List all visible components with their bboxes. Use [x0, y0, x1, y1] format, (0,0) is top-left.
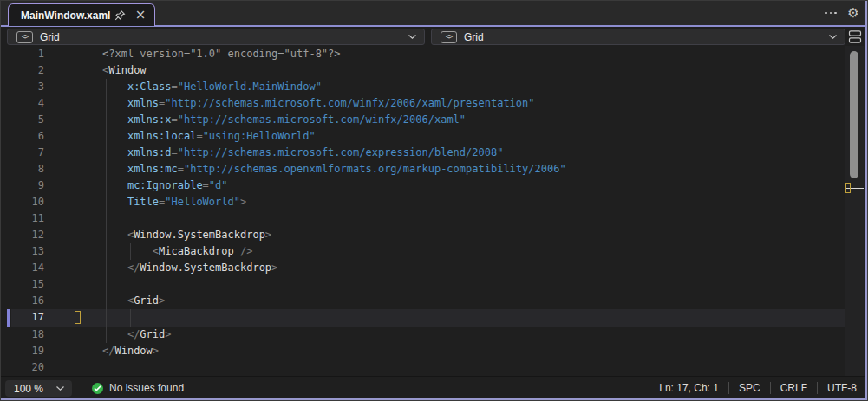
line-number: 4: [1, 95, 44, 112]
code-line[interactable]: xmlns:local="using:HelloWorld": [102, 128, 839, 145]
split-view-icon[interactable]: [847, 29, 863, 45]
line-number: 2: [1, 62, 44, 79]
window-accent-border-bottom: [1, 398, 868, 401]
document-health-indicator[interactable]: No issues found: [92, 377, 184, 399]
line-number: 14: [1, 260, 44, 276]
separator: [728, 382, 729, 394]
line-number: 12: [1, 227, 44, 243]
element-selector-left[interactable]: <> Grid: [7, 29, 425, 45]
line-number: 13: [1, 243, 44, 260]
xml-tag-icon: <>: [441, 31, 457, 43]
gear-icon[interactable]: ⚙: [846, 6, 860, 20]
code-line[interactable]: xmlns="http://schemas.microsoft.com/winf…: [102, 95, 839, 112]
code-line[interactable]: <Grid>: [102, 293, 839, 309]
chevron-down-icon: [55, 385, 65, 391]
tab-title: MainWindow.xaml: [21, 10, 110, 22]
code-line[interactable]: xmlns:x="http://schemas.microsoft.com/wi…: [102, 112, 839, 128]
line-number: 3: [1, 79, 44, 95]
code-line[interactable]: xmlns:mc="http://schemas.openxmlformats.…: [102, 161, 839, 178]
line-number: 7: [1, 145, 44, 161]
indent-indicator[interactable]: SPC: [739, 382, 760, 394]
separator: [817, 382, 818, 394]
line-number: 16: [1, 293, 44, 309]
vertical-scrollbar[interactable]: [845, 46, 864, 376]
code-editor[interactable]: 1234567891011121314151617181920 <?xml ve…: [1, 46, 865, 376]
scrollbar-modified-marker: [845, 183, 851, 193]
code-line[interactable]: </Window>: [102, 343, 839, 359]
line-number: 5: [1, 112, 44, 128]
code-line[interactable]: </Grid>: [102, 327, 839, 343]
zoom-selector[interactable]: 100 %: [5, 380, 72, 397]
caret-box: [75, 311, 81, 324]
line-number: 1: [1, 46, 44, 62]
selector-value: Grid: [464, 31, 484, 43]
code-line[interactable]: <Window: [102, 62, 839, 79]
pin-icon[interactable]: [113, 9, 127, 23]
line-number: 10: [1, 194, 44, 210]
code-line[interactable]: [102, 276, 839, 293]
code-line[interactable]: xmlns:d="http://schemas.microsoft.com/ex…: [102, 145, 839, 161]
xaml-editor-window: MainWindow.xaml × ⚙ <> Grid: [0, 0, 868, 401]
separator: [770, 382, 771, 394]
code-line[interactable]: [102, 210, 839, 227]
element-selector-right[interactable]: <> Grid: [431, 29, 845, 45]
line-number: 15: [1, 276, 44, 293]
close-icon[interactable]: ×: [134, 9, 147, 23]
tab-strip: MainWindow.xaml × ⚙: [1, 1, 867, 26]
encoding-indicator[interactable]: UTF-8: [827, 382, 857, 394]
line-number: 8: [1, 161, 44, 178]
more-options-icon[interactable]: [824, 6, 838, 20]
code-line[interactable]: </Window.SystemBackdrop>: [102, 260, 839, 276]
check-circle-icon: [92, 383, 103, 394]
code-line[interactable]: <?xml version="1.0" encoding="utf-8"?>: [102, 46, 839, 62]
line-number: 11: [1, 210, 44, 227]
code-line[interactable]: [102, 359, 839, 376]
window-accent-border-right: [865, 1, 867, 401]
issues-label: No issues found: [109, 382, 184, 394]
line-number: 19: [1, 343, 44, 359]
code-line[interactable]: x:Class="HelloWorld.MainWindow": [102, 79, 839, 95]
line-ending-indicator[interactable]: CRLF: [780, 382, 807, 394]
editor-status-bar: 100 % No issues found Ln: 17, Ch: 1 SPC …: [1, 376, 867, 399]
xml-tag-icon: <>: [16, 31, 33, 43]
code-line[interactable]: mc:Ignorable="d": [102, 178, 839, 194]
scrollbar-thumb[interactable]: [850, 51, 858, 178]
current-line-margin-bar: [7, 309, 10, 326]
selector-value: Grid: [40, 31, 60, 43]
code-line[interactable]: <Window.SystemBackdrop>: [102, 227, 839, 243]
code-line[interactable]: Title="HelloWorld">: [102, 194, 839, 210]
element-navigation-bar: <> Grid <> Grid: [1, 27, 867, 47]
line-number: 20: [1, 359, 44, 376]
code-line[interactable]: [102, 309, 839, 326]
chevron-down-icon: [408, 34, 417, 40]
line-number: 6: [1, 128, 44, 145]
line-number: 18: [1, 327, 44, 343]
chevron-down-icon: [828, 34, 838, 40]
caret-position-indicator[interactable]: Ln: 17, Ch: 1: [659, 382, 719, 394]
zoom-value: 100 %: [14, 383, 43, 395]
line-number: 9: [1, 178, 44, 194]
code-line[interactable]: <MicaBackdrop />: [102, 243, 839, 260]
tab-mainwindow-xaml[interactable]: MainWindow.xaml ×: [8, 3, 155, 26]
